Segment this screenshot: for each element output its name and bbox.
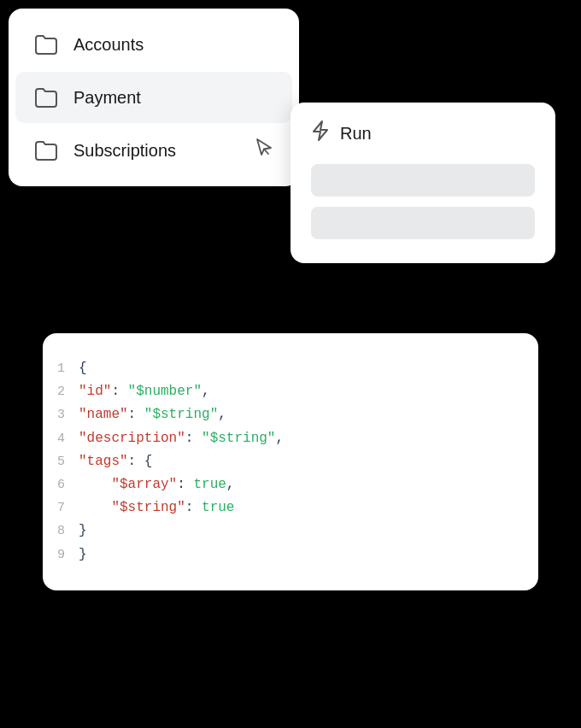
code-line-5: 5 "tags": { (51, 450, 521, 473)
line-num-9: 9 (51, 544, 79, 567)
code-block: 1 { 2 "id": "$number", 3 "name": "$strin… (51, 357, 521, 567)
folder-item-subscriptions[interactable]: Subscriptions (15, 125, 292, 176)
line-num-6: 6 (51, 474, 79, 496)
code-line-7: 7 "$string": true (51, 496, 521, 520)
run-placeholder-1 (311, 164, 535, 197)
line-num-5: 5 (51, 451, 79, 473)
svg-line-0 (264, 150, 268, 155)
run-label: Run (340, 124, 372, 144)
folder-item-payment[interactable]: Payment (15, 72, 292, 123)
line-num-3: 3 (51, 404, 79, 426)
folder-card: Accounts Payment Subscriptions (9, 9, 299, 186)
run-card: Run (290, 103, 555, 263)
folder-icon-payment (32, 84, 60, 111)
line-num-1: 1 (51, 358, 79, 380)
bolt-icon (311, 120, 330, 147)
line-num-4: 4 (51, 428, 79, 450)
folder-item-accounts[interactable]: Accounts (15, 19, 292, 70)
code-line-3: 3 "name": "$string", (51, 403, 521, 426)
cursor-icon (253, 137, 275, 164)
run-header: Run (311, 120, 535, 147)
run-placeholder-2 (311, 207, 535, 239)
folder-icon-subscriptions (32, 137, 60, 164)
code-line-2: 2 "id": "$number", (51, 380, 521, 403)
line-num-7: 7 (51, 497, 79, 520)
code-line-6: 6 "$array": true, (51, 473, 521, 496)
code-line-1: 1 { (51, 357, 521, 380)
folder-icon-accounts (32, 31, 60, 58)
code-line-4: 4 "description": "$string", (51, 427, 521, 450)
code-line-8: 8 } (51, 520, 521, 543)
folder-label-subscriptions: Subscriptions (73, 141, 176, 161)
line-num-8: 8 (51, 520, 79, 543)
code-line-9: 9 } (51, 543, 521, 567)
code-card: 1 { 2 "id": "$number", 3 "name": "$strin… (43, 333, 538, 590)
folder-label-accounts: Accounts (73, 35, 144, 55)
line-num-2: 2 (51, 381, 79, 403)
folder-label-payment: Payment (73, 88, 141, 108)
